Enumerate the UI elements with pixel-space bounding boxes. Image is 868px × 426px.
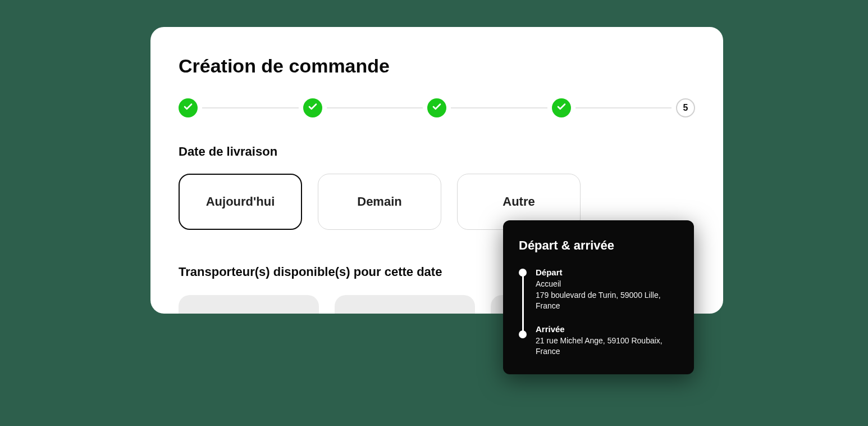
route-departure: Départ Accueil 179 boulevard de Turin, 5… (536, 268, 678, 312)
route-arrival: Arrivée 21 rue Michel Ange, 59100 Roubai… (536, 324, 678, 357)
check-icon (308, 102, 318, 114)
step-connector (202, 107, 299, 108)
stepper: 5 (179, 98, 695, 117)
step-connector (575, 107, 672, 108)
check-icon (432, 102, 442, 114)
step-connector (451, 107, 547, 108)
route-connector-line (522, 273, 524, 335)
page-title-wrap: Création de commande (179, 55, 695, 77)
date-option-label: Demain (357, 194, 401, 209)
step-connector (327, 107, 423, 108)
step-3-done[interactable] (427, 98, 446, 117)
date-option-label: Aujourd'hui (206, 194, 275, 209)
delivery-date-label: Date de livraison (179, 144, 695, 159)
carrier-skeleton (179, 295, 319, 314)
date-option-tomorrow[interactable]: Demain (318, 174, 441, 230)
check-icon (556, 102, 567, 114)
check-icon (183, 102, 193, 114)
carrier-skeleton (335, 295, 475, 314)
step-number-label: 5 (683, 103, 688, 113)
departure-name: Accueil (536, 279, 678, 290)
popover-title: Départ & arrivée (519, 238, 678, 253)
departure-arrival-popover: Départ & arrivée Départ Accueil 179 boul… (503, 220, 694, 374)
step-4-done[interactable] (552, 98, 571, 117)
date-option-today[interactable]: Aujourd'hui (179, 174, 302, 230)
departure-label: Départ (536, 268, 678, 277)
arrival-address: 21 rue Michel Ange, 59100 Roubaix, Franc… (536, 336, 678, 357)
date-option-label: Autre (502, 194, 534, 209)
step-2-done[interactable] (303, 98, 322, 117)
step-5-current[interactable]: 5 (676, 98, 695, 117)
route-dot-icon (519, 269, 527, 277)
arrival-label: Arrivée (536, 324, 678, 334)
route-timeline: Départ Accueil 179 boulevard de Turin, 5… (519, 268, 678, 357)
step-1-done[interactable] (179, 98, 198, 117)
departure-address: 179 boulevard de Turin, 59000 Lille, Fra… (536, 290, 678, 312)
page-title: Création de commande (179, 55, 390, 76)
page-title-highlight: Création de commande (179, 55, 390, 77)
route-dot-icon (519, 330, 527, 338)
